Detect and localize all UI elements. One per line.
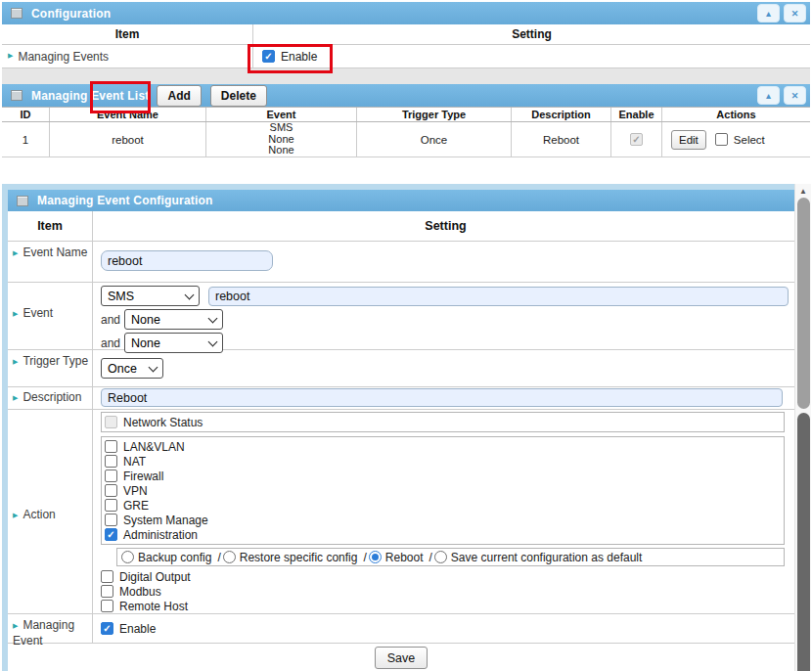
- description-row: ▶Description Reboot: [8, 387, 794, 410]
- column-trigger-type: Trigger Type: [356, 108, 511, 121]
- event-name-row: ▶Event Name reboot: [8, 242, 794, 283]
- managing-events-label: Managing Events: [18, 50, 109, 64]
- lan-vlan-checkbox[interactable]: [105, 440, 117, 453]
- event-message-input[interactable]: reboot: [208, 287, 789, 306]
- system-manage-checkbox[interactable]: [105, 514, 117, 526]
- administration-checkbox[interactable]: ✓: [105, 528, 117, 541]
- event-label: Event: [23, 306, 53, 320]
- bullet-arrow-icon: ▶: [13, 394, 18, 401]
- digital-output-checkbox[interactable]: [101, 570, 113, 583]
- chevron-down-icon: [149, 362, 158, 372]
- column-setting: Setting: [252, 24, 810, 44]
- action-row: ▶Action Network Status LAN&VLAN NAT Fire…: [8, 410, 794, 614]
- event-type-select[interactable]: SMS: [101, 286, 200, 306]
- cell-trigger-type: Once: [356, 122, 511, 157]
- check-icon: ✓: [107, 528, 114, 541]
- chevron-down-icon: [208, 336, 218, 346]
- event-row: ▶Event SMS reboot and None and None: [8, 283, 794, 350]
- managing-event-enable-checkbox[interactable]: ✓: [101, 622, 113, 635]
- scrollbar-thumb-outer[interactable]: [797, 413, 810, 671]
- action-label: Action: [23, 508, 55, 521]
- check-icon: ✓: [632, 133, 640, 146]
- configuration-panel-title: Configuration: [31, 7, 111, 21]
- restore-config-radio[interactable]: [223, 551, 236, 563]
- column-actions: Actions: [661, 108, 810, 121]
- event-configuration-panel: Managing Event Configuration Item Settin…: [2, 184, 794, 671]
- managing-event-row: ▶Managing Event ✓ Enable: [8, 614, 794, 644]
- firewall-checkbox[interactable]: [105, 470, 117, 482]
- scrollbar-thumb-inner[interactable]: [797, 198, 810, 409]
- check-icon: ✓: [103, 622, 111, 635]
- and-label: and: [101, 313, 120, 327]
- enable-label: Enable: [281, 50, 317, 64]
- select-label: Select: [734, 134, 765, 146]
- modbus-checkbox[interactable]: [101, 585, 113, 598]
- and-label: and: [101, 336, 120, 350]
- gre-checkbox[interactable]: [105, 499, 117, 512]
- description-input[interactable]: Reboot: [101, 388, 783, 407]
- close-icon[interactable]: ✕: [784, 86, 806, 105]
- bullet-arrow-icon: ▶: [13, 622, 18, 629]
- cell-id: 1: [2, 122, 49, 157]
- vpn-checkbox[interactable]: [105, 484, 117, 497]
- window-icon: [11, 90, 23, 101]
- edit-button[interactable]: Edit: [671, 130, 706, 150]
- managing-events-row: ▶ Managing Events ✓ Enable: [2, 45, 810, 68]
- nat-checkbox[interactable]: [105, 455, 117, 468]
- column-description: Description: [511, 108, 610, 121]
- divider-strip: [2, 68, 810, 84]
- column-id: ID: [2, 108, 49, 121]
- administration-options-box: Backup config / Restore specific config …: [116, 548, 785, 566]
- event-configuration-panel-title: Managing Event Configuration: [37, 194, 213, 207]
- page: Configuration ▴ ✕ Item Setting ▶ Managin…: [0, 0, 812, 671]
- save-button[interactable]: Save: [375, 647, 429, 669]
- collapse-icon[interactable]: ▴: [757, 4, 780, 22]
- close-icon[interactable]: ✕: [784, 4, 806, 22]
- configuration-table-header: Item Setting: [2, 24, 810, 45]
- action-group-box: LAN&VLAN NAT Firewall VPN GRE System Man…: [101, 436, 785, 545]
- event-name-label: Event Name: [23, 246, 87, 259]
- vertical-scrollbar[interactable]: ▲: [794, 184, 811, 671]
- add-button[interactable]: Add: [157, 85, 201, 107]
- network-status-checkbox: [105, 416, 117, 428]
- column-enable: Enable: [610, 108, 661, 121]
- reboot-radio[interactable]: [369, 551, 382, 563]
- remote-host-checkbox[interactable]: [101, 600, 113, 612]
- managing-events-enable-checkbox[interactable]: ✓: [262, 50, 275, 63]
- event-list-panel-header: Managing Event List Add Delete ▴ ✕: [2, 84, 810, 107]
- save-default-radio[interactable]: [434, 551, 447, 563]
- cell-description: Reboot: [511, 122, 610, 157]
- column-setting: Setting: [93, 211, 794, 241]
- save-row: Save: [8, 644, 794, 671]
- configuration-panel-header: Configuration ▴ ✕: [2, 2, 810, 24]
- network-status-label: Network Status: [123, 416, 203, 429]
- detail-table-header: Item Setting: [8, 211, 794, 242]
- trigger-type-select[interactable]: Once: [101, 358, 163, 379]
- cell-event-name: reboot: [49, 122, 205, 157]
- collapse-icon[interactable]: ▴: [757, 86, 780, 105]
- window-icon: [17, 196, 28, 206]
- column-item: Item: [8, 211, 93, 241]
- trigger-type-row: ▶Trigger Type Once: [8, 350, 794, 387]
- event-name-input[interactable]: reboot: [101, 250, 273, 271]
- cell-event: SMS None None: [268, 122, 293, 157]
- bullet-arrow-icon: ▶: [13, 249, 18, 256]
- event-list-table-header: ID Event Name Event Trigger Type Descrip…: [2, 107, 810, 122]
- column-event: Event: [205, 108, 356, 121]
- bullet-arrow-icon: ▶: [13, 512, 18, 518]
- scroll-up-icon[interactable]: ▲: [795, 185, 811, 197]
- select-checkbox[interactable]: [715, 133, 728, 146]
- chevron-down-icon: [185, 290, 195, 299]
- check-icon: ✓: [264, 50, 272, 63]
- bullet-arrow-icon: ▶: [13, 358, 18, 365]
- event-list-panel-title: Managing Event List: [31, 89, 149, 103]
- event-configuration-panel-header: Managing Event Configuration: [8, 190, 794, 211]
- row-enable-checkbox: ✓: [630, 133, 643, 146]
- event-and1-select[interactable]: None: [124, 309, 223, 330]
- description-label: Description: [23, 390, 81, 404]
- delete-button[interactable]: Delete: [210, 85, 267, 107]
- trigger-type-label: Trigger Type: [23, 354, 88, 368]
- column-item: Item: [2, 24, 252, 44]
- bullet-arrow-icon: ▶: [8, 52, 13, 60]
- backup-config-radio[interactable]: [121, 551, 134, 563]
